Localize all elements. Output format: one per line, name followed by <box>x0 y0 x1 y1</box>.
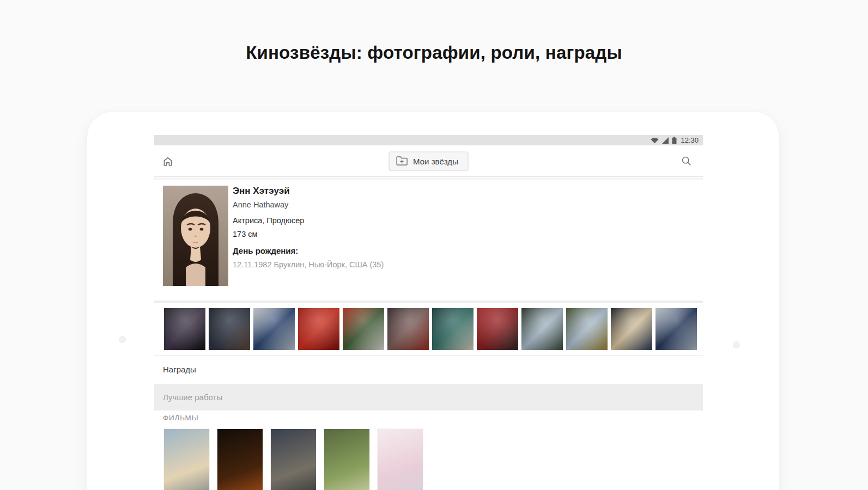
person-occupation: Актриса, Продюсер <box>233 216 384 225</box>
photo-thumb-teal-outfit[interactable] <box>432 308 474 350</box>
profile-info: Энн Хэтэуэй Anne Hathaway Актриса, Продю… <box>233 186 384 269</box>
my-stars-label: Мои звёзды <box>413 156 458 166</box>
awards-row[interactable]: Награды <box>154 355 703 383</box>
poster-dark-knight[interactable]: ТЁМНЫЙ РЫЦАРЬ <box>217 429 263 490</box>
birthday-label: День рождения: <box>233 246 384 255</box>
photo-thumb-red-dress-green[interactable] <box>343 308 384 350</box>
home-button[interactable] <box>162 156 174 167</box>
battery-icon <box>672 137 677 144</box>
person-name-en: Anne Hathaway <box>233 200 384 209</box>
photo-thumb-navy-dress-light[interactable] <box>253 308 295 350</box>
photo-thumb-navy-suit-couple[interactable] <box>655 308 697 350</box>
tablet-mockup: 12:30 Мои звёзды <box>87 112 779 490</box>
photo-thumb-red-dress-carpet[interactable] <box>298 308 339 350</box>
app-toolbar: Мои звёзды <box>154 145 703 177</box>
poster-interstellar[interactable]: ИНТЕРСТЕЛЛАР <box>164 429 209 490</box>
photo-thumb-oscar-blue-gown[interactable] <box>566 308 608 350</box>
bezel-camera-dot-left <box>119 336 126 343</box>
my-stars-button[interactable]: Мои звёзды <box>389 151 469 170</box>
birthday-value: 12.11.1982 Бруклин, Нью-Йорк, США (35) <box>233 260 384 269</box>
photo-thumb-navy-dress-pair[interactable] <box>164 308 205 350</box>
search-icon <box>681 156 692 167</box>
bezel-camera-dot-right <box>733 341 740 348</box>
page-title: Кинозвёзды: фотографии, роли, награды <box>0 42 868 63</box>
person-name-ru: Энн Хэтэуэй <box>233 186 384 197</box>
cellular-signal-icon <box>661 137 669 144</box>
photo-thumb-pale-blue-gown[interactable] <box>521 308 563 350</box>
poster-les-miserables[interactable]: Отверженные <box>271 429 316 490</box>
films-section-label: ФИЛЬМЫ <box>163 414 198 422</box>
status-bar: 12:30 <box>154 135 703 145</box>
photo-thumb-closeup-dark[interactable] <box>209 308 250 350</box>
wifi-icon <box>651 137 659 144</box>
poster-row: ИНТЕРСТЕЛЛАРТЁМНЫЙ РЫЦАРЬОтверженныеДЖЕЙ… <box>164 429 423 490</box>
poster-becoming-jane[interactable]: ДЖЕЙН ОСТИН <box>324 429 369 490</box>
poster-one-day[interactable]: Один День <box>378 429 423 490</box>
best-works-header: Лучшие работы <box>154 384 703 411</box>
portrait-image <box>163 186 228 286</box>
status-time: 12:30 <box>681 136 699 144</box>
photo-thumb-red-backdrop[interactable] <box>477 308 518 350</box>
photo-thumb-dark-red-carpet[interactable] <box>387 308 429 350</box>
profile-card: Энн Хэтэуэй Anne Hathaway Актриса, Продю… <box>154 180 703 301</box>
person-height: 173 см <box>233 230 384 238</box>
profile-photo[interactable] <box>163 186 228 286</box>
photo-strip <box>154 303 703 355</box>
search-button[interactable] <box>681 156 692 167</box>
add-to-folder-icon <box>396 156 408 166</box>
photo-thumb-tuxedo-couple[interactable] <box>611 308 652 350</box>
home-icon <box>162 156 174 167</box>
app-screen: 12:30 Мои звёзды <box>154 135 703 490</box>
